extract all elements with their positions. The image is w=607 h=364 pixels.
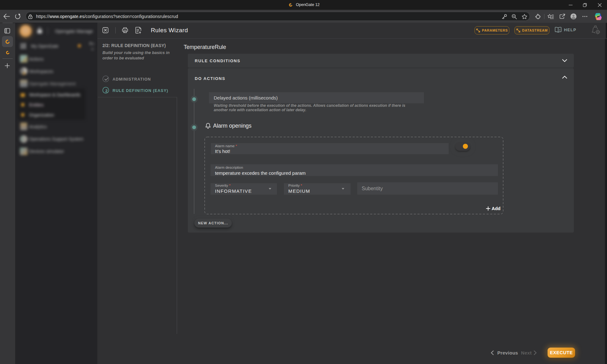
svg-text:?: ?	[559, 29, 561, 32]
